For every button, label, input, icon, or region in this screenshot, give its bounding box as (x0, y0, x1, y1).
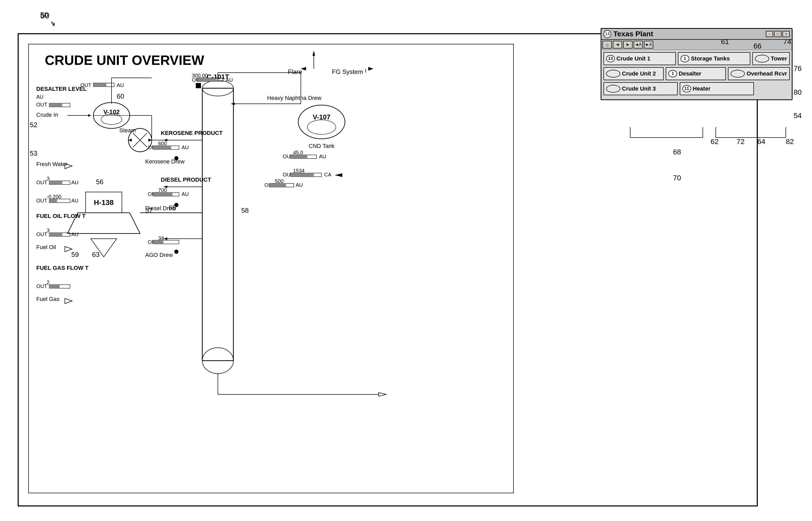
svg-text:2: 2 (47, 279, 50, 285)
hmi-cell-overhead-rcvr[interactable]: Overhead Rcvr (728, 67, 790, 80)
svg-text:V-102: V-102 (103, 109, 120, 115)
svg-rect-19 (93, 83, 106, 87)
hmi-desalter-label: Desalter (679, 70, 701, 77)
svg-text:AU: AU (182, 144, 189, 150)
hmi-desalter-icon: 1 (668, 70, 677, 77)
hmi-storage-tanks-icon: 1 (680, 55, 689, 62)
label-54: 54 (794, 112, 802, 120)
svg-text:1534: 1534 (293, 168, 305, 174)
svg-text:56: 56 (96, 178, 103, 186)
hmi-close-button[interactable]: × (783, 31, 790, 37)
svg-text:AU: AU (319, 154, 326, 159)
svg-marker-116 (335, 173, 342, 177)
svg-text:58: 58 (241, 206, 249, 214)
svg-text:H-138: H-138 (94, 199, 114, 206)
hmi-crude-unit-1-icon: 13 (606, 55, 615, 62)
svg-text:Fuel Gas: Fuel Gas (36, 296, 59, 302)
hmi-cell-storage-tanks[interactable]: 1 Storage Tanks (678, 52, 750, 65)
svg-text:OUT: OUT (36, 102, 47, 108)
svg-text:60: 60 (117, 92, 124, 100)
hmi-cell-crude-unit-3[interactable]: Crude Unit 3 (603, 82, 678, 95)
svg-text:FUEL OIL FLOW T: FUEL OIL FLOW T (36, 213, 86, 219)
label-68: 68 (673, 148, 681, 156)
svg-text:700: 700 (158, 187, 167, 193)
svg-marker-10 (88, 114, 91, 117)
hmi-crude-unit-3-oval (606, 85, 620, 93)
svg-text:OUT: OUT (36, 180, 47, 185)
svg-text:OUT: OUT (36, 198, 47, 203)
svg-rect-115 (290, 173, 314, 177)
hmi-maximize-button[interactable]: □ (774, 31, 781, 37)
svg-text:Fresh Water: Fresh Water (36, 161, 67, 167)
hmi-brace (617, 124, 799, 145)
svg-point-14 (101, 114, 122, 124)
svg-text:3: 3 (47, 228, 50, 233)
svg-text:600: 600 (158, 141, 167, 146)
label-66: 66 (754, 42, 761, 50)
svg-rect-83 (153, 192, 172, 196)
hmi-heater-label: Heater (693, 85, 710, 92)
svg-point-92 (174, 250, 178, 254)
svg-text:AU: AU (182, 191, 189, 197)
svg-text:45.0: 45.0 (293, 150, 303, 155)
hmi-nav-forward-a-button[interactable]: ►A (644, 41, 653, 48)
svg-marker-118 (231, 103, 235, 105)
hmi-cell-crude-unit-1[interactable]: 13 Crude Unit 1 (603, 52, 676, 65)
svg-text:FUEL GAS FLOW T: FUEL GAS FLOW T (36, 265, 89, 271)
svg-text:65: 65 (169, 204, 176, 212)
svg-rect-7 (49, 103, 62, 107)
svg-text:63: 63 (92, 251, 100, 258)
svg-marker-131 (368, 67, 374, 71)
svg-text:AU: AU (71, 198, 78, 203)
hmi-cell-crude-unit-2[interactable]: Crude Unit 2 (603, 67, 664, 80)
svg-text:FG System: FG System (332, 68, 363, 75)
hmi-nav-back-button[interactable]: ◄ (613, 41, 622, 48)
svg-rect-73 (153, 146, 171, 150)
hmi-crude-unit-1-label: Crude Unit 1 (617, 55, 650, 62)
hmi-crude-unit-2-oval (606, 70, 620, 77)
hmi-nav-diamond-button[interactable]: ◇ (602, 41, 612, 48)
svg-text:OUT: OUT (80, 82, 91, 88)
hmi-row-1: 13 Crude Unit 1 1 Storage Tanks Tower (603, 52, 790, 65)
label-61: 61 (721, 38, 729, 46)
hmi-minimize-button[interactable]: − (766, 31, 773, 37)
hmi-cell-tower[interactable]: Tower (753, 52, 790, 65)
label-76: 76 (794, 64, 802, 73)
hmi-crude-unit-3-label: Crude Unit 3 (622, 85, 656, 92)
hmi-tower-oval (755, 55, 769, 63)
svg-rect-27 (49, 181, 62, 184)
svg-text:AU: AU (36, 94, 44, 100)
svg-text:OUT: OUT (36, 283, 47, 289)
svg-rect-124 (269, 183, 286, 187)
svg-rect-91 (153, 240, 163, 244)
label-80: 80 (794, 88, 802, 96)
hmi-cell-empty (756, 82, 790, 95)
svg-rect-143 (196, 83, 201, 88)
svg-rect-1 (28, 44, 514, 493)
svg-marker-48 (65, 298, 72, 303)
hmi-tower-label: Tower (771, 55, 787, 62)
svg-marker-59 (148, 139, 152, 142)
hmi-nav-forward-button[interactable]: ► (623, 41, 632, 48)
svg-text:AU: AU (71, 231, 78, 237)
svg-text:CND Tank: CND Tank (309, 143, 335, 149)
hmi-crude-unit-2-label: Crude Unit 2 (622, 70, 656, 77)
svg-text:DESALTER LEVEL: DESALTER LEVEL (36, 86, 87, 92)
svg-point-104 (307, 120, 336, 134)
hmi-row-3: Crude Unit 3 11 Heater (603, 82, 790, 95)
hmi-cell-heater[interactable]: 11 Heater (680, 82, 754, 95)
hmi-window-controls[interactable]: − □ × (766, 31, 790, 37)
hmi-cell-desalter[interactable]: 1 Desalter (666, 67, 726, 80)
svg-marker-40 (65, 247, 72, 252)
hmi-overhead-rcvr-label: Overhead Rcvr (746, 70, 787, 77)
hmi-nav-back-a-button[interactable]: ◄A (634, 41, 643, 48)
hmi-titlebar: 14 Texas Plant − □ × (601, 29, 792, 40)
svg-marker-87 (163, 237, 167, 240)
flow-diagram: CRUDE UNIT OVERVIEW DESALTER LEVEL AU OU… (16, 31, 760, 508)
svg-text:AU: AU (117, 82, 124, 88)
svg-rect-110 (290, 155, 307, 159)
hmi-overhead-rcvr-oval (731, 70, 745, 77)
svg-text:52: 52 (30, 121, 37, 129)
svg-text:DIESEL PRODUCT: DIESEL PRODUCT (161, 177, 211, 183)
svg-rect-101 (197, 78, 215, 82)
